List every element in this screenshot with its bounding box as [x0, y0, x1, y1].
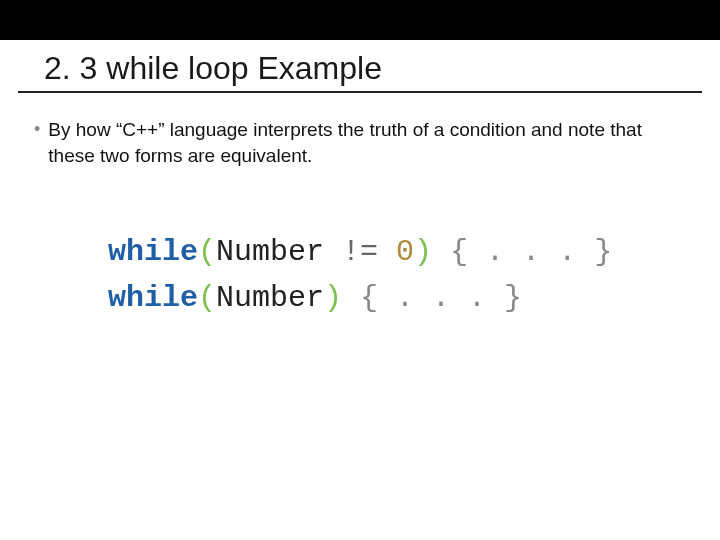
- operator-ne: !=: [324, 235, 396, 269]
- identifier-number: Number: [216, 281, 324, 315]
- body-braces: { . . . }: [432, 235, 612, 269]
- bullet-marker: •: [34, 117, 40, 141]
- paren-open: (: [198, 235, 216, 269]
- paren-open: (: [198, 281, 216, 315]
- bullet-text: By how “C++” language interprets the tru…: [48, 117, 686, 169]
- identifier-number: Number: [216, 235, 324, 269]
- paren-close: ): [324, 281, 342, 315]
- literal-zero: 0: [396, 235, 414, 269]
- code-line-1: while(Number != 0) { . . . }: [108, 229, 720, 275]
- slide-title: 2. 3 while loop Example: [18, 40, 702, 93]
- paren-close: ): [414, 235, 432, 269]
- body-braces: { . . . }: [342, 281, 522, 315]
- keyword-while: while: [108, 235, 198, 269]
- code-example: while(Number != 0) { . . . } while(Numbe…: [108, 229, 720, 321]
- keyword-while: while: [108, 281, 198, 315]
- code-line-2: while(Number) { . . . }: [108, 275, 720, 321]
- bullet-item: • By how “C++” language interprets the t…: [0, 93, 720, 169]
- top-bar: [0, 0, 720, 40]
